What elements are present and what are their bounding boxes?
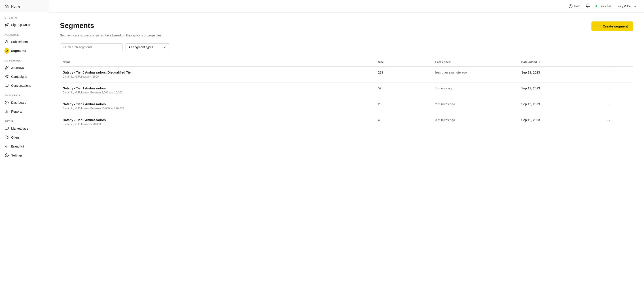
help-label: Help xyxy=(574,4,580,8)
segment-name: Gatsby - Tier 1 Ambassadors xyxy=(62,86,372,90)
sidebar-item-label: Marketplace xyxy=(11,127,28,130)
segment-name: Gatsby - Tier 0 Ambassadors, Disqualifie… xyxy=(62,71,372,74)
topbar: Help Live chat Lucy & Co. xyxy=(49,0,644,12)
search-input[interactable] xyxy=(68,45,119,49)
sidebar-item-campaigns[interactable]: Campaigns xyxy=(0,72,49,81)
page-subtitle: Segments are subsets of subscribers base… xyxy=(60,34,633,37)
sidebar-item-segments[interactable]: D Segments xyxy=(0,46,49,55)
account-menu[interactable]: Lucy & Co. xyxy=(617,4,637,8)
svg-rect-2 xyxy=(7,66,8,67)
help-button[interactable]: Help xyxy=(569,4,580,8)
sidebar-item-label: Brand Kit xyxy=(11,144,24,148)
settings-icon xyxy=(4,153,9,158)
person-icon xyxy=(4,40,9,44)
col-name: Name xyxy=(60,58,375,66)
segments-icon: D xyxy=(4,48,9,53)
segment-last-edited: 2 minutes ago xyxy=(433,98,519,114)
svg-rect-1 xyxy=(5,66,6,67)
conversations-icon xyxy=(4,83,9,88)
sidebar: Home Growth Sign-up Units Audience Subsc… xyxy=(0,0,49,287)
rocket-icon xyxy=(4,22,9,27)
page-content: Segments Create segment Segments are sub… xyxy=(49,12,644,287)
sidebar-item-subscribers[interactable]: Subscribers xyxy=(0,37,49,46)
segment-type-filter[interactable]: All segment types xyxy=(125,43,170,51)
svg-point-0 xyxy=(6,40,8,42)
sidebar-item-label: Journeys xyxy=(11,66,24,70)
home-icon xyxy=(4,4,9,8)
svg-point-10 xyxy=(6,146,8,147)
col-date-added[interactable]: Date added ↓ xyxy=(518,58,605,66)
col-last-edited: Last edited xyxy=(433,58,519,66)
sidebar-item-reports[interactable]: Reports xyxy=(0,107,49,116)
search-box[interactable] xyxy=(60,43,122,51)
svg-point-11 xyxy=(6,155,8,156)
help-icon xyxy=(569,4,573,8)
segments-table: Name Size Last edited Date added ↓ Gatsb… xyxy=(60,58,633,130)
campaigns-icon xyxy=(4,74,9,79)
sidebar-item-signup-units[interactable]: Sign-up Units xyxy=(0,20,49,29)
table-row[interactable]: Gatsby - Tier 2 Ambassadors Dynamic, IG … xyxy=(60,98,633,114)
chevron-down-icon xyxy=(163,45,166,49)
sidebar-item-home[interactable]: Home xyxy=(0,0,49,12)
home-label: Home xyxy=(11,4,20,8)
svg-rect-3 xyxy=(5,68,6,69)
segment-meta: Dynamic, IG Followers Between 10,000 and… xyxy=(62,107,372,110)
segment-meta: Dynamic, IG Followers Between 2,500 and … xyxy=(62,91,372,94)
account-name: Lucy & Co. xyxy=(617,4,632,8)
col-actions xyxy=(605,58,633,66)
row-actions-menu[interactable]: ··· xyxy=(607,102,612,107)
svg-point-16 xyxy=(64,46,66,48)
sidebar-item-conversations[interactable]: Conversations xyxy=(0,81,49,90)
table-row[interactable]: Gatsby - Tier 1 Ambassadors Dynamic, IG … xyxy=(60,82,633,98)
sidebar-item-marketplace[interactable]: Marketplace xyxy=(0,124,49,133)
segment-size: 23 xyxy=(375,98,432,114)
sidebar-item-offers[interactable]: Offers xyxy=(0,133,49,142)
segment-size: 239 xyxy=(375,66,432,82)
segment-size: 52 xyxy=(375,82,432,98)
create-button-label: Create segment xyxy=(603,24,628,28)
row-actions-menu[interactable]: ··· xyxy=(607,86,612,91)
live-chat-status: Live chat xyxy=(596,4,611,8)
brand-kit-icon xyxy=(4,144,9,149)
sidebar-item-dashboard[interactable]: Dashboard xyxy=(0,98,49,107)
svg-rect-8 xyxy=(5,127,8,130)
sidebar-item-label: Settings xyxy=(11,154,22,157)
create-segment-button[interactable]: Create segment xyxy=(592,22,633,31)
section-label-growth: Growth xyxy=(0,12,49,20)
search-icon xyxy=(63,46,66,49)
sidebar-item-settings[interactable]: Settings xyxy=(0,151,49,160)
plus-icon xyxy=(597,24,601,28)
section-label-audience: Audience xyxy=(0,29,49,37)
table-row[interactable]: Gatsby - Tier 3 Ambassadors Dynamic, IG … xyxy=(60,114,633,130)
sidebar-item-label: Conversations xyxy=(11,84,31,88)
segment-meta: Dynamic, IG Followers > 20,000 xyxy=(62,123,372,126)
segment-last-edited: less than a minute ago xyxy=(433,66,519,82)
section-label-setup: Setup xyxy=(0,116,49,124)
sidebar-item-journeys[interactable]: Journeys xyxy=(0,63,49,72)
segment-name: Gatsby - Tier 2 Ambassadors xyxy=(62,102,372,106)
row-actions-menu[interactable]: ··· xyxy=(607,71,612,75)
section-label-messaging: Messaging xyxy=(0,55,49,63)
section-label-analytics: Analytics xyxy=(0,90,49,98)
live-dot-indicator xyxy=(596,5,597,7)
filter-row: All segment types xyxy=(60,43,633,51)
offers-icon xyxy=(4,135,9,140)
segment-size: 4 xyxy=(375,114,432,130)
segment-name: Gatsby - Tier 3 Ambassadors xyxy=(62,118,372,122)
notifications-button[interactable] xyxy=(586,3,590,9)
main-content: Help Live chat Lucy & Co. Segments Creat… xyxy=(49,0,644,287)
dashboard-icon xyxy=(4,100,9,105)
live-chat-label: Live chat xyxy=(598,4,611,8)
row-actions-menu[interactable]: ··· xyxy=(607,118,612,123)
sidebar-item-label: Subscribers xyxy=(11,40,28,44)
sidebar-item-label: Offers xyxy=(11,136,20,139)
sort-arrow-icon: ↓ xyxy=(539,60,540,64)
chevron-down-icon xyxy=(633,4,637,8)
sidebar-item-brand-kit[interactable]: Brand Kit xyxy=(0,142,49,151)
table-row[interactable]: Gatsby - Tier 0 Ambassadors, Disqualifie… xyxy=(60,66,633,82)
sidebar-item-label: Segments xyxy=(11,49,26,52)
journeys-icon xyxy=(4,66,9,70)
segment-date-added: Sep 19, 2023 xyxy=(518,114,605,130)
bell-icon xyxy=(586,3,590,8)
segment-date-added: Sep 19, 2023 xyxy=(518,98,605,114)
